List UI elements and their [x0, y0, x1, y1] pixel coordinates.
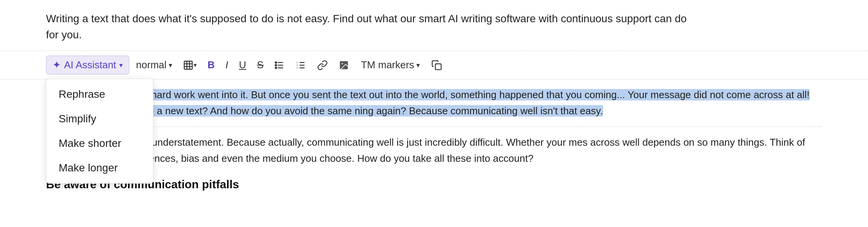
svg-point-5	[275, 62, 277, 63]
chevron-down-icon-format: ▾	[169, 61, 172, 69]
strikethrough-label: S	[257, 59, 263, 71]
numbered-list-button[interactable]: 1 2 3	[292, 58, 310, 73]
tm-markers-button[interactable]: TM markers ▾	[356, 57, 424, 73]
svg-point-7	[275, 67, 277, 69]
copy-button[interactable]	[427, 58, 446, 73]
content-paragraph-2: ntence was perhaps an understatement. Be…	[46, 127, 822, 174]
tm-markers-label: TM markers	[361, 59, 414, 71]
italic-button[interactable]: I	[222, 57, 232, 73]
format-select-button[interactable]: normal ▾	[132, 57, 176, 73]
bullet-list-icon	[274, 60, 285, 71]
chevron-down-icon: ▾	[119, 61, 123, 69]
bold-button[interactable]: B	[204, 57, 219, 73]
dropdown-item-simplify[interactable]: Simplify	[46, 107, 153, 131]
top-text-section: Writing a text that does what it's suppo…	[0, 0, 868, 51]
tm-markers-chevron-icon: ▾	[416, 61, 420, 69]
bullet-list-button[interactable]	[270, 58, 289, 73]
svg-point-6	[275, 64, 277, 66]
sparkle-icon: ✦	[53, 59, 61, 71]
svg-text:1: 1	[297, 61, 298, 64]
svg-rect-0	[184, 61, 192, 69]
content-paragraph-1: experience it? Hours of hard work went i…	[46, 79, 822, 127]
page-wrapper: Writing a text that does what it's suppo…	[0, 0, 868, 227]
svg-point-18	[342, 63, 344, 64]
table-chevron-icon: ▾	[194, 61, 197, 69]
numbered-list-icon: 1 2 3	[296, 60, 306, 71]
content-heading: Be aware of communication pitfalls	[46, 174, 822, 191]
ai-assistant-button[interactable]: ✦ AI Assistant ▾	[46, 56, 129, 74]
underline-label: U	[239, 59, 246, 71]
image-icon	[339, 60, 349, 71]
table-icon	[183, 60, 194, 71]
top-text-line1: Writing a text that does what it's suppo…	[46, 13, 687, 25]
dropdown-item-make-longer[interactable]: Make longer	[46, 156, 153, 180]
strikethrough-button[interactable]: S	[253, 57, 267, 73]
italic-label: I	[225, 59, 228, 71]
image-button[interactable]	[335, 58, 353, 73]
underline-button[interactable]: U	[235, 57, 250, 73]
copy-icon	[431, 60, 442, 71]
paragraph-2-text: ntence was perhaps an understatement. Be…	[46, 137, 805, 164]
dropdown-item-rephrase[interactable]: Rephrase	[46, 82, 153, 107]
highlighted-paragraph: experience it? Hours of hard work went i…	[46, 89, 810, 117]
table-button[interactable]: ▾	[179, 58, 201, 73]
format-label: normal	[136, 59, 166, 71]
toolbar: ✦ AI Assistant ▾ normal ▾ ▾ B I U	[0, 51, 868, 79]
dropdown-item-make-shorter[interactable]: Make shorter	[46, 131, 153, 156]
top-text-line2: for you.	[46, 29, 82, 41]
ai-assistant-label: AI Assistant	[64, 59, 116, 71]
svg-text:2: 2	[297, 64, 298, 66]
ai-assistant-dropdown: Rephrase Simplify Make shorter Make long…	[46, 79, 153, 184]
bold-label: B	[207, 59, 215, 71]
svg-text:3: 3	[297, 67, 298, 69]
link-button[interactable]	[313, 58, 332, 73]
svg-rect-19	[436, 64, 441, 69]
top-text: Writing a text that does what it's suppo…	[46, 11, 774, 43]
link-icon	[317, 60, 328, 71]
